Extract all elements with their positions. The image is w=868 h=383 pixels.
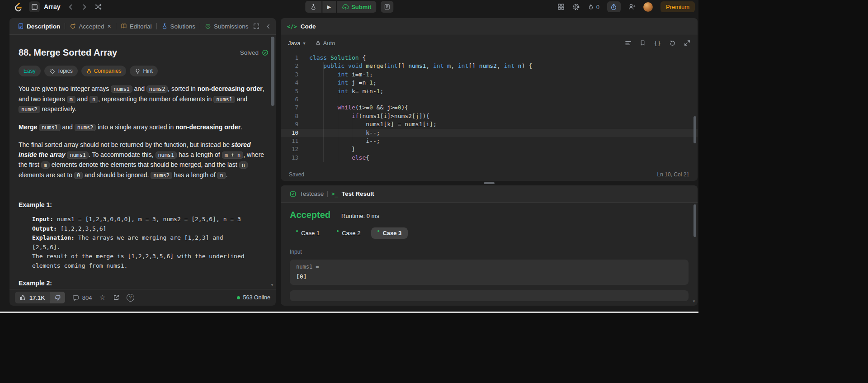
fullscreen-button[interactable]	[684, 40, 690, 46]
case-pass-dot-icon	[377, 230, 379, 232]
premium-button[interactable]: Premium	[660, 1, 695, 12]
code-line[interactable]: 10 k--;	[281, 129, 698, 137]
prev-question-button[interactable]	[67, 4, 74, 10]
code-line[interactable]: 5 int k= m+n-1;	[281, 87, 698, 95]
divider	[327, 191, 328, 197]
difficulty-badge[interactable]: Easy	[19, 66, 41, 76]
companies-button[interactable]: Companies	[81, 66, 127, 76]
tab-label: Description	[27, 23, 60, 30]
code-line[interactable]: 11 i--;	[281, 137, 698, 145]
input-field-name: nums1 =	[296, 264, 682, 270]
hint-button[interactable]: Hint	[130, 66, 157, 76]
code-line[interactable]: 6	[281, 95, 698, 104]
terminal-icon: >_	[331, 191, 338, 197]
user-avatar[interactable]	[643, 2, 653, 12]
auto-toggle[interactable]: Auto	[316, 40, 335, 47]
close-icon[interactable]: ×	[108, 23, 111, 30]
code-line[interactable]: 3 int i=m-1;	[281, 71, 698, 79]
format-code-button[interactable]	[625, 40, 632, 47]
input-field-box[interactable]: nums1 = [0]	[290, 260, 689, 285]
code-editor[interactable]: 1class Solution {2 public void merge(int…	[281, 51, 698, 168]
code-panel-title[interactable]: </> Code	[287, 23, 316, 30]
save-status: Saved	[289, 171, 304, 178]
tab-accepted-submission[interactable]: Accepted ×	[66, 18, 114, 34]
testcase-panel: Testcase >_ Test Result Accepted Runtime…	[281, 185, 698, 306]
scroll-down-icon[interactable]: ▼	[270, 284, 274, 287]
indent-guide	[323, 62, 324, 162]
layout-grid-button[interactable]	[557, 3, 565, 10]
tag-row: Easy Topics	[19, 66, 269, 76]
snippets-button[interactable]: {}	[654, 40, 661, 47]
case-1-chip[interactable]: Case 1	[290, 227, 326, 239]
tab-solutions[interactable]: Solutions	[158, 18, 199, 34]
description-content[interactable]: 88. Merge Sorted Array Solved Easy	[9, 35, 276, 289]
downvote-button[interactable]	[50, 292, 65, 303]
testcase-scrollbar[interactable]	[693, 204, 696, 237]
scroll-down-icon[interactable]: ▼	[692, 300, 696, 303]
language-select[interactable]: Java ▾	[288, 40, 306, 47]
tab-label: Solutions	[170, 23, 196, 30]
settings-gear-button[interactable]	[572, 3, 580, 11]
reset-code-button[interactable]	[669, 40, 676, 47]
invite-user-button[interactable]	[628, 3, 636, 10]
leetcode-logo-icon[interactable]	[14, 2, 22, 12]
note-icon	[384, 4, 390, 10]
code-line[interactable]: 9 nums1[k] = nums1[i];	[281, 120, 698, 128]
code-lines: 1class Solution {2 public void merge(int…	[281, 54, 698, 162]
shuffle-button[interactable]	[94, 3, 102, 10]
cloud-upload-icon	[342, 4, 349, 10]
solved-badge: Solved	[240, 49, 269, 56]
runtime-label: Runtime: 0 ms	[341, 213, 379, 219]
next-question-button[interactable]	[81, 4, 88, 10]
case-2-chip[interactable]: Case 2	[330, 227, 367, 239]
tab-editorial[interactable]: Editorial	[117, 18, 156, 34]
main-content: Description Accepted ×	[9, 18, 698, 306]
tab-description[interactable]: Description	[14, 18, 64, 34]
run-button[interactable]: ▶	[322, 1, 336, 13]
tag-icon	[49, 68, 55, 74]
code-line[interactable]: 8 if(nums1[i]>nums2[j]){	[281, 112, 698, 120]
code-line[interactable]: 13 else{	[281, 154, 698, 162]
code-line[interactable]: 2 public void merge(int[] nums1, int m, …	[281, 62, 698, 70]
timer-button[interactable]	[607, 1, 621, 12]
debugger-button[interactable]	[305, 1, 321, 13]
problem-paragraph: You are given two integer arrays nums1 a…	[19, 84, 269, 115]
editor-scrollbar[interactable]	[693, 116, 696, 143]
code-tag-icon: </>	[287, 24, 297, 30]
tab-test-result[interactable]: >_ Test Result	[329, 190, 377, 197]
panel-resize-handle[interactable]	[281, 181, 698, 185]
topics-button[interactable]: Topics	[44, 66, 78, 76]
example-heading: Example 2:	[19, 279, 269, 287]
comments-button[interactable]: 804	[72, 294, 92, 301]
notes-button[interactable]	[381, 1, 393, 13]
divider	[65, 23, 65, 29]
description-footer: 17.1K	[9, 289, 276, 306]
input-field-box-partial[interactable]	[290, 290, 689, 301]
tab-testcase[interactable]: Testcase	[287, 190, 326, 197]
code-line[interactable]: 4 int j =n-1;	[281, 79, 698, 87]
divider	[200, 23, 200, 29]
feedback-button[interactable]: ?	[127, 294, 134, 302]
submit-button[interactable]: Submit	[337, 1, 376, 13]
bookmark-button[interactable]	[640, 40, 646, 46]
daily-streak-button[interactable]: 0	[588, 4, 599, 10]
tab-label: Submissions	[214, 23, 249, 30]
case-3-chip[interactable]: Case 3	[371, 227, 408, 239]
comment-count: 804	[82, 294, 92, 301]
lock-icon	[86, 68, 92, 74]
collapse-panel-button[interactable]	[265, 24, 271, 29]
expand-panel-button[interactable]	[253, 23, 259, 29]
code-line[interactable]: 12 }	[281, 145, 698, 153]
submit-label: Submit	[351, 4, 371, 10]
code-line[interactable]: 1class Solution {	[281, 54, 698, 62]
tab-label: Test Result	[342, 190, 374, 197]
problem-list-button[interactable]: Array	[29, 1, 61, 12]
tab-submissions[interactable]: Submissions	[201, 18, 252, 34]
share-button[interactable]	[113, 294, 119, 301]
code-line[interactable]: 7 while(i>=0 && j>=0){	[281, 104, 698, 112]
description-scrollbar[interactable]	[271, 37, 274, 106]
online-dot-icon	[237, 296, 240, 299]
indent-guide	[338, 71, 338, 162]
upvote-button[interactable]: 17.1K	[15, 294, 50, 301]
favorite-button[interactable]: ☆	[99, 294, 105, 301]
